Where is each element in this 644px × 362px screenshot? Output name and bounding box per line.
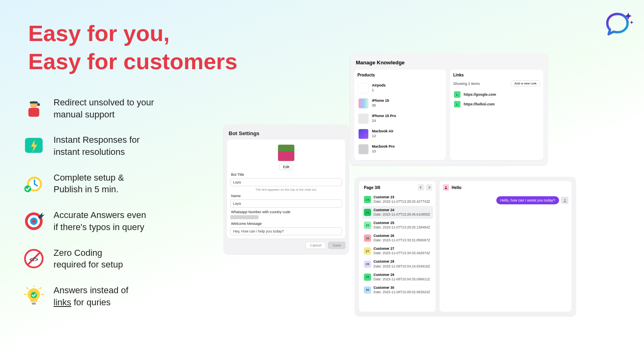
feature-redirect: Redirect unsolved to your manual support (23, 97, 154, 120)
products-card: Products Airpods 1 iPhone 15 30 iPhone 1… (354, 70, 446, 160)
customer-date: Date: 2023-11-07T13:29:25.139484Z (374, 225, 430, 230)
svg-point-11 (32, 220, 35, 223)
feature-text: Redirect unsolved to your manual support (54, 97, 154, 120)
customer-name: Customer 23 (374, 195, 430, 200)
manage-knowledge-title: Manage Knowledge (354, 58, 543, 70)
customer-row[interactable]: 24 Customer 24 Date: 2023-11-07T13:28:46… (362, 206, 433, 219)
svg-line-20 (27, 288, 28, 289)
feature-text: Zero Coding required for setup (54, 247, 123, 271)
product-count: 30 (372, 103, 389, 108)
bot-settings-card: Edit Bot Title The text appears on the t… (227, 140, 345, 239)
customer-badge-icon: 30 (364, 286, 371, 294)
chat-title: Hello (452, 185, 461, 190)
edit-avatar-button[interactable]: Edit (279, 164, 293, 170)
svg-point-3 (37, 103, 40, 106)
links-showing: Showing 2 items (453, 82, 480, 86)
product-name: Macbook Air (372, 129, 394, 134)
next-page-button[interactable] (426, 184, 432, 191)
feature-accurate: Accurate Answers even if there's typos i… (23, 209, 154, 233)
feature-text: Answers instead of links for quries (54, 284, 128, 308)
feature-text: Instant Responses for instant resolution… (54, 134, 140, 158)
svg-point-22 (445, 186, 446, 187)
link-row[interactable]: L https://google.com (453, 90, 540, 99)
customer-badge-icon: 29 (364, 274, 371, 281)
assistant-avatar-icon (561, 197, 568, 204)
customer-date: Date: 2023-11-07T13:33:31.858067Z (374, 238, 430, 243)
feature-setup: Complete setup & Publish in 5 min. (23, 172, 154, 195)
welcome-input[interactable] (230, 227, 342, 235)
lightning-icon (23, 135, 45, 157)
customer-name: Customer 25 (374, 221, 430, 225)
clock-check-icon (23, 173, 45, 195)
target-icon (23, 210, 45, 232)
customer-date: Date: 2023-11-08T10:04:33.086611Z (374, 277, 430, 282)
bot-avatar-image (278, 144, 295, 161)
bot-title-input[interactable] (230, 178, 342, 186)
link-row[interactable]: L https://helloii.com (453, 99, 540, 109)
customer-row[interactable]: 30 Customer 30 Date: 2023-11-08T10:05:02… (362, 284, 433, 296)
customer-date: Date: 2023-11-08T10:04:19.934916Z (374, 264, 430, 269)
feature-text: Complete setup & Publish in 5 min. (54, 172, 124, 195)
add-link-button[interactable]: Add a new Link (511, 80, 540, 86)
links-card: Links Showing 2 items Add a new Link L h… (450, 70, 543, 160)
product-name: iPhone 15 (372, 99, 389, 103)
product-count: 1 (372, 88, 386, 93)
customer-list-card: Page 3/8 23 Customer 23 Date: 2023-11-07… (359, 181, 436, 312)
product-name: Airpods (372, 83, 386, 88)
svg-rect-16 (31, 302, 35, 304)
feature-text: Accurate Answers even if there's typos i… (54, 209, 146, 233)
inbox-panel: Page 3/8 23 Customer 23 Date: 2023-11-07… (355, 177, 576, 316)
product-row[interactable]: iPhone 15 30 (357, 96, 443, 111)
name-label: Name (231, 194, 341, 198)
product-thumb-icon (358, 144, 369, 154)
customer-name: Customer 30 (374, 286, 430, 290)
save-button[interactable]: Save (328, 242, 345, 249)
customer-date: Date: 2023-11-07T13:28:25.427743Z (374, 200, 430, 204)
svg-point-23 (564, 199, 566, 200)
product-row[interactable]: Macbook Pro 10 (357, 142, 443, 157)
feature-answers: Answers instead of links for quries (23, 284, 154, 308)
headline: Easy for you, Easy for customers (28, 19, 237, 76)
sparkle-chat-logo-icon (601, 7, 634, 43)
welcome-label: Welcome Message (231, 222, 341, 226)
bot-title-hint: The text appears on the top of the chat … (230, 188, 342, 191)
chat-card: Hello Hello, how can I assist you today? (440, 181, 572, 312)
svg-rect-1 (28, 108, 39, 117)
customer-row[interactable]: 23 Customer 23 Date: 2023-11-07T13:28:25… (362, 193, 433, 206)
feature-instant: Instant Responses for instant resolution… (23, 134, 154, 158)
name-input[interactable] (230, 200, 342, 208)
prev-page-button[interactable] (418, 184, 424, 191)
customer-name: Customer 27 (374, 247, 430, 251)
customer-row[interactable]: 27 Customer 27 Date: 2023-11-07T13:34:33… (362, 245, 433, 257)
cancel-button[interactable]: Cancel (305, 242, 326, 249)
product-row[interactable]: Airpods 1 (357, 80, 443, 96)
customer-name: Customer 24 (374, 208, 430, 212)
idea-check-icon (23, 285, 45, 307)
product-name: iPhone 15 Pro (372, 114, 396, 119)
product-count: 10 (372, 149, 395, 154)
customer-row[interactable]: 25 Customer 25 Date: 2023-11-07T13:29:25… (362, 219, 433, 232)
svg-text:</>: </> (29, 256, 38, 263)
customer-badge-icon: 25 (364, 222, 371, 229)
customer-date: Date: 2023-11-07T13:34:33.492674Z (374, 251, 430, 255)
support-agent-icon (23, 97, 45, 119)
link-url: https://google.com (464, 93, 496, 97)
customer-row[interactable]: 28 Customer 28 Date: 2023-11-08T10:04:19… (362, 257, 433, 270)
page-indicator: Page 3/8 (364, 185, 380, 190)
customer-row[interactable]: 29 Customer 29 Date: 2023-11-08T10:04:33… (362, 271, 433, 284)
product-thumb-icon (358, 113, 369, 124)
svg-rect-2 (29, 101, 37, 103)
product-thumb-icon (358, 98, 369, 109)
customer-badge-icon: 27 (364, 247, 371, 255)
customer-name: Customer 29 (374, 273, 430, 277)
feature-list: Redirect unsolved to your manual support… (23, 97, 154, 308)
whatsapp-input-redacted[interactable] (230, 215, 258, 219)
link-badge-icon: L (454, 91, 460, 98)
customer-row[interactable]: 26 Customer 26 Date: 2023-11-07T13:33:31… (362, 232, 433, 245)
product-row[interactable]: Macbook Air 12 (357, 126, 443, 142)
product-count: 12 (372, 134, 394, 139)
manage-knowledge-panel: Manage Knowledge Products Airpods 1 iPho… (350, 54, 547, 165)
bot-settings-panel: Bot Settings Edit Bot Title The text app… (224, 125, 349, 254)
customer-date: Date: 2023-11-08T10:05:02.982824Z (374, 290, 430, 294)
product-row[interactable]: iPhone 15 Pro 24 (357, 111, 443, 126)
